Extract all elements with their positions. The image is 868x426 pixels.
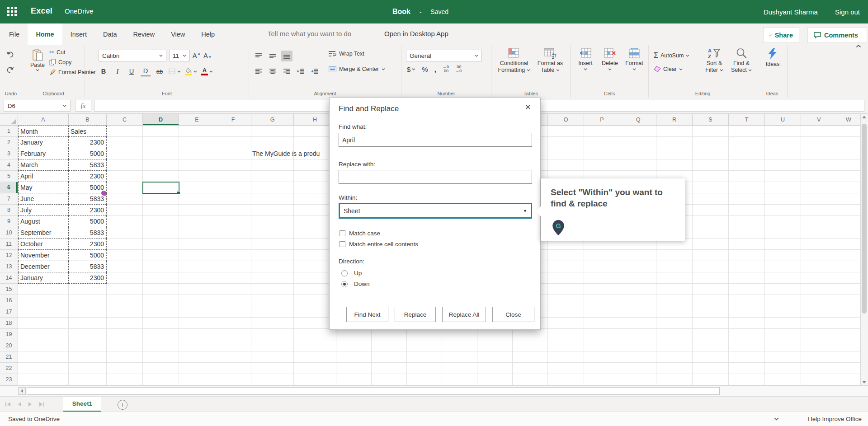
cell-J19[interactable] [372,329,407,340]
row-header-11[interactable]: 11 [0,239,18,250]
cell-M23[interactable] [477,374,513,385]
find-next-button[interactable]: Find Next [346,307,388,322]
cell-S11[interactable] [693,239,729,250]
cell-B10[interactable]: 5833 [69,227,107,239]
cell-W19[interactable] [837,329,860,340]
borders-button[interactable] [169,68,181,75]
row-header-19[interactable]: 19 [0,329,18,340]
cell-A15[interactable] [18,284,69,295]
cell-T11[interactable] [729,239,765,250]
row-header-14[interactable]: 14 [0,272,18,284]
cell-I23[interactable] [336,374,372,385]
cell-T5[interactable] [729,171,765,182]
cell-V20[interactable] [801,340,837,351]
cell-B4[interactable]: 5833 [69,159,107,171]
tab-view[interactable]: View [163,23,193,45]
cell-U11[interactable] [765,239,801,250]
column-header-B[interactable]: B [69,114,107,126]
decrease-indent-button[interactable] [295,66,307,77]
column-header-D[interactable]: D [143,114,179,126]
cell-O17[interactable] [548,306,584,318]
row-header-13[interactable]: 13 [0,261,18,272]
cell-P1[interactable] [584,126,620,137]
comma-format-button[interactable]: , [434,66,436,73]
cell-A2[interactable]: January [18,137,69,148]
align-middle-button[interactable] [267,51,278,61]
cell-F7[interactable] [215,193,251,205]
cell-F4[interactable] [215,159,251,171]
tab-review[interactable]: Review [125,23,163,45]
cell-U7[interactable] [765,193,801,205]
tell-me-box[interactable]: Tell me what you want to do [268,30,351,37]
cell-E13[interactable] [179,261,215,272]
cell-F19[interactable] [215,329,251,340]
column-header-T[interactable]: T [729,114,765,126]
cell-A5[interactable]: April [18,171,69,182]
cell-Q12[interactable] [620,250,656,261]
cell-T3[interactable] [729,148,765,159]
service-name[interactable]: OneDrive [65,7,93,15]
sort-filter-button[interactable]: A Z Sort & Filter [702,48,727,74]
insert-function-button[interactable]: fx [75,100,91,112]
cell-E9[interactable] [179,216,215,227]
cell-J22[interactable] [372,363,407,374]
font-color-button[interactable]: A [201,67,213,75]
replace-button[interactable]: Replace [395,307,436,322]
column-header-G[interactable]: G [251,114,294,126]
sign-out-link[interactable]: Sign out [835,8,860,16]
cell-R13[interactable] [656,261,693,272]
cell-C3[interactable] [107,148,143,159]
cell-K19[interactable] [407,329,442,340]
cell-C23[interactable] [107,374,143,385]
cell-T9[interactable] [729,216,765,227]
cell-P14[interactable] [584,272,620,284]
cell-W3[interactable] [837,148,860,159]
cell-V17[interactable] [801,306,837,318]
cell-A16[interactable] [18,295,69,306]
cell-G5[interactable] [251,171,294,182]
cell-B2[interactable]: 2300 [69,137,107,148]
cell-M19[interactable] [477,329,513,340]
cell-A12[interactable]: November [18,250,69,261]
cell-R12[interactable] [656,250,693,261]
cell-U13[interactable] [765,261,801,272]
cell-P16[interactable] [584,295,620,306]
cell-F15[interactable] [215,284,251,295]
cell-M20[interactable] [477,340,513,351]
myguide-pin-icon[interactable]: G [552,220,564,235]
cell-R19[interactable] [656,329,693,340]
cell-T23[interactable] [729,374,765,385]
cell-S13[interactable] [693,261,729,272]
cell-E12[interactable] [179,250,215,261]
cell-U21[interactable] [765,351,801,363]
cell-R4[interactable] [656,159,693,171]
cell-R20[interactable] [656,340,693,351]
cell-O20[interactable] [548,340,584,351]
cell-U15[interactable] [765,284,801,295]
dialog-close-icon[interactable]: ✕ [522,103,534,112]
cell-U2[interactable] [765,137,801,148]
cell-V11[interactable] [801,239,837,250]
format-cells-button[interactable]: Format [623,48,646,70]
cell-B7[interactable]: 5833 [69,193,107,205]
close-button[interactable]: Close [492,307,534,322]
first-sheet-button[interactable] [5,402,11,407]
cell-A3[interactable]: February [18,148,69,159]
cell-T6[interactable] [729,182,765,193]
cell-T20[interactable] [729,340,765,351]
number-format-select[interactable]: General [406,50,482,61]
cell-S6[interactable] [693,182,729,193]
cell-Q16[interactable] [620,295,656,306]
cell-G4[interactable] [251,159,294,171]
cell-H21[interactable] [294,351,336,363]
cell-R16[interactable] [656,295,693,306]
cell-A1[interactable]: Month [18,126,69,137]
vertical-scroll-thumb[interactable] [862,124,867,314]
cell-W2[interactable] [837,137,860,148]
column-header-S[interactable]: S [693,114,729,126]
row-header-3[interactable]: 3 [0,148,18,159]
delete-cells-button[interactable]: Delete [599,48,621,70]
cell-V23[interactable] [801,374,837,385]
cell-E11[interactable] [179,239,215,250]
cell-U14[interactable] [765,272,801,284]
